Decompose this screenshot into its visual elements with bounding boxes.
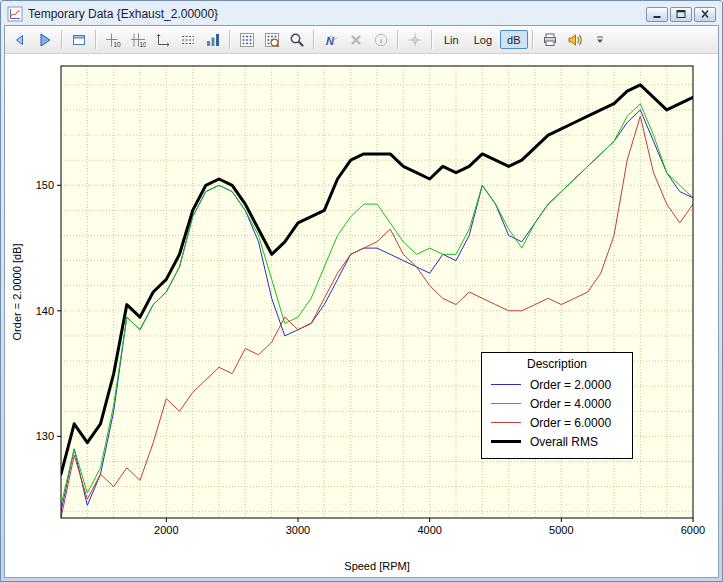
legend-item-label: Order = 2.0000 [530, 378, 611, 392]
close-icon [698, 8, 712, 20]
maximize-button[interactable] [670, 7, 692, 22]
toolbar-separator [61, 30, 63, 49]
log-button[interactable]: Log [467, 30, 499, 49]
legend-line-sample [491, 403, 521, 404]
maximize-icon [674, 8, 688, 20]
data-points-icon[interactable] [235, 28, 259, 52]
toolbar-separator [431, 30, 433, 49]
minimize-icon [650, 8, 664, 20]
toolbar-separator [532, 30, 534, 49]
toolbar: 1010NLinLogdB [5, 26, 718, 54]
zoom-icon[interactable] [285, 28, 309, 52]
legend-item: Order = 2.0000 [491, 375, 623, 394]
chart-legend: Description Order = 2.0000 Order = 4.000… [481, 352, 633, 459]
window-layout-icon[interactable] [67, 28, 91, 52]
harmonic-cursor-icon[interactable]: 10 [101, 28, 125, 52]
legend-item-label: Order = 6.0000 [530, 416, 611, 430]
band-cursor-icon[interactable]: 10 [126, 28, 150, 52]
app-window: Temporary Data {Exhaust_2.00000} 1010NLi… [0, 0, 723, 582]
data-points-zoom-icon[interactable] [260, 28, 284, 52]
sound-icon[interactable] [563, 28, 587, 52]
x-tick-label: 6000 [681, 524, 705, 536]
lin-button[interactable]: Lin [437, 30, 466, 49]
minimize-button[interactable] [646, 7, 668, 22]
legend-item-label: Order = 4.0000 [530, 397, 611, 411]
x-tick-label: 2000 [154, 524, 178, 536]
window-title: Temporary Data {Exhaust_2.00000} [28, 7, 641, 21]
legend-line-sample [491, 422, 521, 423]
chart-plot[interactable]: 20003000400050006000130140150 [5, 54, 718, 577]
toolbar-overflow-icon[interactable] [588, 28, 612, 52]
legend-line-sample [491, 440, 521, 443]
legend-title: Description [491, 357, 623, 371]
y-tick-label: 140 [36, 305, 54, 317]
window-controls [646, 7, 716, 22]
axis-icon[interactable] [151, 28, 175, 52]
legend-item: Order = 4.0000 [491, 394, 623, 413]
print-icon[interactable] [538, 28, 562, 52]
toolbar-separator [95, 30, 97, 49]
legend-item-label: Overall RMS [530, 435, 598, 449]
svg-text:10: 10 [140, 40, 147, 47]
db-button[interactable]: dB [500, 30, 527, 49]
app-icon [7, 6, 23, 22]
y-tick-label: 150 [36, 179, 54, 191]
svg-text:N: N [326, 34, 335, 46]
svg-text:10: 10 [114, 40, 122, 47]
forward-icon[interactable] [33, 28, 57, 52]
marker-icon [403, 28, 427, 52]
curve-fit-icon[interactable]: N [319, 28, 343, 52]
waterfall-icon[interactable] [201, 28, 225, 52]
x-axis-label: Speed [RPM] [344, 560, 409, 572]
x-tick-label: 5000 [549, 524, 573, 536]
x-tick-label: 4000 [417, 524, 441, 536]
toolbar-separator [397, 30, 399, 49]
x-tick-label: 3000 [286, 524, 310, 536]
legend-item: Order = 6.0000 [491, 413, 623, 432]
back-icon[interactable] [8, 28, 32, 52]
gridlines-icon[interactable] [176, 28, 200, 52]
delete-curve-icon [344, 28, 368, 52]
window-client-area: 1010NLinLogdB 20003000400050006000130140… [4, 25, 719, 578]
y-tick-label: 130 [36, 430, 54, 442]
window-titlebar[interactable]: Temporary Data {Exhaust_2.00000} [4, 3, 719, 25]
chart-area[interactable]: 20003000400050006000130140150 Order = 2.… [5, 54, 718, 577]
toolbar-separator [313, 30, 315, 49]
toolbar-separator [229, 30, 231, 49]
close-button[interactable] [694, 7, 716, 22]
y-axis-label: Order = 2.0000 [dB] [11, 244, 23, 341]
legend-line-sample [491, 384, 521, 385]
info-icon [369, 28, 393, 52]
legend-item: Overall RMS [491, 432, 623, 451]
